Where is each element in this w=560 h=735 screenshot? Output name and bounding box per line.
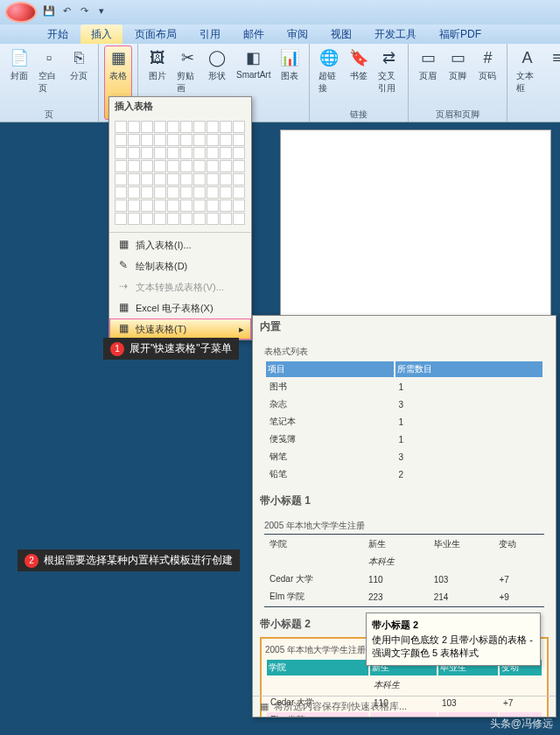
grid-cell[interactable] — [233, 173, 245, 186]
grid-cell[interactable] — [193, 121, 206, 133]
grid-cell[interactable] — [180, 173, 192, 186]
undo-icon[interactable]: ↶ — [60, 5, 74, 19]
grid-cell[interactable] — [167, 147, 179, 159]
grid-cell[interactable] — [141, 147, 153, 159]
grid-cell[interactable] — [180, 121, 192, 133]
grid-cell[interactable] — [233, 121, 245, 133]
grid-cell[interactable] — [128, 200, 140, 212]
grid-cell[interactable] — [141, 121, 153, 133]
tab-review[interactable]: 审阅 — [276, 24, 318, 44]
grid-cell[interactable] — [193, 213, 206, 225]
document-canvas[interactable] — [280, 130, 551, 331]
grid-cell[interactable] — [154, 213, 166, 225]
tab-foxit-pdf[interactable]: 福昕PDF — [429, 24, 492, 44]
grid-cell[interactable] — [167, 186, 179, 199]
textbox-button[interactable]: A文本框 — [513, 46, 541, 120]
grid-cell[interactable] — [128, 147, 140, 159]
tab-view[interactable]: 视图 — [320, 24, 362, 44]
grid-cell[interactable] — [220, 121, 232, 133]
gallery-item-tabular-list[interactable]: 表格式列表 项目所需数目 图书1 杂志3 笔记本1 便笺簿1 钢笔3 铅笔2 — [260, 340, 549, 488]
grid-cell[interactable] — [206, 186, 219, 199]
grid-cell[interactable] — [233, 147, 245, 159]
grid-cell[interactable] — [154, 200, 166, 212]
grid-cell[interactable] — [167, 121, 179, 133]
grid-cell[interactable] — [141, 200, 153, 212]
grid-cell[interactable] — [128, 121, 140, 133]
excel-spreadsheet-item[interactable]: ▦Excel 电子表格(X) — [109, 298, 251, 318]
grid-cell[interactable] — [141, 160, 153, 172]
draw-table-item[interactable]: ✎绘制表格(D) — [109, 256, 251, 276]
grid-cell[interactable] — [220, 186, 232, 199]
grid-cell[interactable] — [193, 160, 206, 172]
chart-button[interactable]: 📊图表 — [276, 46, 304, 120]
quick-tables-item[interactable]: ▦快速表格(T)▸ — [109, 318, 251, 340]
grid-cell[interactable] — [233, 186, 245, 199]
grid-cell[interactable] — [193, 147, 206, 159]
grid-cell[interactable] — [220, 213, 232, 225]
tab-references[interactable]: 引用 — [189, 24, 231, 44]
grid-cell[interactable] — [141, 213, 153, 225]
grid-cell[interactable] — [167, 173, 179, 186]
tab-developer[interactable]: 开发工具 — [364, 24, 427, 44]
grid-cell[interactable] — [115, 200, 127, 212]
grid-cell[interactable] — [141, 173, 153, 186]
qat-dropdown-icon[interactable]: ▾ — [94, 5, 108, 19]
grid-cell[interactable] — [180, 160, 192, 172]
tab-home[interactable]: 开始 — [37, 24, 79, 44]
grid-cell[interactable] — [154, 173, 166, 186]
grid-cell[interactable] — [206, 147, 219, 159]
grid-cell[interactable] — [233, 134, 245, 146]
grid-cell[interactable] — [220, 173, 232, 186]
redo-icon[interactable]: ↷ — [77, 5, 91, 19]
grid-cell[interactable] — [154, 121, 166, 133]
grid-cell[interactable] — [233, 160, 245, 172]
grid-cell[interactable] — [220, 200, 232, 212]
grid-cell[interactable] — [206, 200, 219, 212]
save-icon[interactable]: 💾 — [42, 5, 56, 19]
grid-cell[interactable] — [115, 173, 127, 186]
grid-cell[interactable] — [167, 134, 179, 146]
grid-cell[interactable] — [167, 200, 179, 212]
grid-cell[interactable] — [206, 213, 219, 225]
grid-cell[interactable] — [154, 160, 166, 172]
insert-table-item[interactable]: ▦插入表格(I)... — [109, 234, 251, 256]
quick-parts-button[interactable]: ≡ — [542, 46, 560, 120]
grid-cell[interactable] — [167, 160, 179, 172]
office-button[interactable] — [5, 2, 37, 23]
grid-cell[interactable] — [206, 173, 219, 186]
grid-cell[interactable] — [128, 134, 140, 146]
grid-cell[interactable] — [115, 213, 127, 225]
grid-cell[interactable] — [206, 160, 219, 172]
grid-cell[interactable] — [115, 186, 127, 199]
tab-page-layout[interactable]: 页面布局 — [124, 24, 187, 44]
tab-mailings[interactable]: 邮件 — [233, 24, 275, 44]
grid-cell[interactable] — [206, 121, 219, 133]
grid-cell[interactable] — [128, 173, 140, 186]
gallery-item-subtitle-1[interactable]: 2005 年本地大学学生注册 学院新生毕业生变动 本科生 Cedar 大学110… — [260, 514, 549, 612]
grid-cell[interactable] — [233, 213, 245, 225]
grid-cell[interactable] — [193, 173, 206, 186]
grid-cell[interactable] — [141, 134, 153, 146]
grid-cell[interactable] — [193, 134, 206, 146]
save-to-gallery-item[interactable]: ▦ 将所选内容保存到快速表格库... — [253, 696, 556, 717]
grid-cell[interactable] — [128, 213, 140, 225]
grid-cell[interactable] — [193, 186, 206, 199]
grid-cell[interactable] — [115, 121, 127, 133]
grid-cell[interactable] — [220, 134, 232, 146]
grid-cell[interactable] — [115, 134, 127, 146]
grid-cell[interactable] — [220, 147, 232, 159]
grid-cell[interactable] — [193, 200, 206, 212]
grid-cell[interactable] — [128, 186, 140, 199]
grid-cell[interactable] — [154, 186, 166, 199]
tab-insert[interactable]: 插入 — [80, 24, 122, 44]
grid-cell[interactable] — [128, 160, 140, 172]
grid-cell[interactable] — [180, 213, 192, 225]
grid-cell[interactable] — [141, 186, 153, 199]
grid-cell[interactable] — [115, 147, 127, 159]
grid-cell[interactable] — [233, 200, 245, 212]
grid-cell[interactable] — [154, 147, 166, 159]
grid-cell[interactable] — [220, 160, 232, 172]
grid-cell[interactable] — [180, 147, 192, 159]
grid-cell[interactable] — [180, 200, 192, 212]
grid-cell[interactable] — [206, 134, 219, 146]
